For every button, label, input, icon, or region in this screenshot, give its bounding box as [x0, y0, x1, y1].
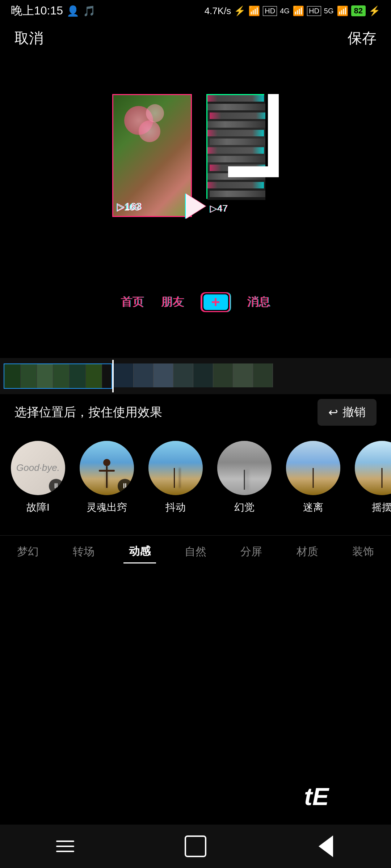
5g-icon: 5G [324, 7, 334, 15]
undo-label: 撤销 [342, 404, 366, 420]
glitch-line [207, 95, 264, 102]
4g-icon: 4G [280, 7, 290, 15]
tab-nature[interactable]: 自然 [179, 541, 212, 563]
te-text-detected: tE [304, 782, 329, 810]
timeline-right-segment [114, 363, 387, 389]
badge-icon: ⏸ [121, 482, 129, 490]
tab-material[interactable]: 材质 [291, 541, 324, 563]
undo-icon: ↩ [328, 405, 338, 419]
timeline-thumb [4, 364, 21, 388]
effects-row: Good·bye. ⏸ 故障I ⏸ 灵魂出窍 [0, 430, 391, 524]
back-arrow-icon [319, 835, 333, 857]
bluetooth-icon: ⚡ [234, 5, 245, 17]
video-right-panel: ▷47 [206, 94, 279, 217]
cancel-button[interactable]: 取消 [14, 28, 43, 48]
timeline-thumb [173, 363, 193, 387]
nav-home-button[interactable] [181, 832, 210, 861]
timeline-playhead [112, 360, 114, 392]
fake-nav-home: 首页 [121, 294, 144, 310]
timeline-thumb [114, 363, 134, 387]
undo-button[interactable]: ↩ 撤销 [318, 399, 377, 426]
effect-thumb-maze [286, 441, 340, 495]
glitch-content [207, 95, 265, 200]
effect-label: 幻觉 [234, 501, 255, 514]
hd2-icon: HD [307, 6, 321, 16]
timeline-thumb [86, 364, 102, 388]
tab-split[interactable]: 分屏 [235, 541, 268, 563]
speed-text: 4.7K/s [205, 5, 231, 17]
battery-icon: 82 [351, 5, 366, 16]
fake-nav-plus-icon: + [211, 294, 220, 310]
effect-label: 故障I [26, 501, 50, 514]
effect-thumb-illusion [217, 441, 272, 495]
effect-thumb-shake [148, 441, 203, 495]
fake-nav-plus-btn: + [201, 292, 230, 312]
fake-nav-plus-inner: + [203, 294, 228, 310]
effect-item[interactable]: 幻觉 [217, 441, 272, 514]
menu-line [56, 841, 74, 842]
effect-item[interactable]: 抖动 [148, 441, 203, 514]
effect-thumb-sway [355, 441, 391, 495]
timeline-area [0, 358, 391, 394]
status-bar: 晚上10:15 👤 🎵 4.7K/s ⚡ 📶 HD 4G 📶 HD 5G 📶 8… [0, 0, 391, 22]
effect-label: 摇摆 [372, 501, 391, 514]
hd-icon: HD [263, 6, 277, 16]
signal2-icon: 📶 [293, 5, 304, 17]
timeline-thumb [134, 363, 154, 387]
timeline-thumb [37, 364, 53, 388]
white-corner-vertical [268, 94, 279, 166]
category-tabs: 梦幻 转场 动感 自然 分屏 材质 装饰 [0, 535, 391, 568]
avatar-icon: 👤 [67, 5, 79, 17]
nav-menu-button[interactable] [51, 832, 80, 861]
timeline-thumb [213, 363, 233, 387]
effect-item[interactable]: 摇摆 [355, 441, 391, 514]
menu-line [56, 846, 74, 847]
effect-thumb-soul: ⏸ [80, 441, 134, 495]
glitch-line [207, 182, 264, 188]
glitch-line [207, 147, 264, 154]
left-view-count: ▷163 [117, 202, 140, 213]
tab-dynamic[interactable]: 动感 [123, 540, 156, 563]
fake-nav-messages: 消息 [247, 294, 270, 310]
save-button[interactable]: 保存 [348, 28, 377, 48]
effect-label: 灵魂出窍 [87, 501, 127, 514]
glitch-line [207, 156, 265, 162]
tiktok-icon: 🎵 [83, 5, 96, 17]
bottom-nav [0, 825, 391, 868]
effect-label: 迷离 [303, 501, 323, 514]
glitch-line [210, 191, 265, 197]
menu-line [56, 851, 74, 852]
effect-item[interactable]: 迷离 [286, 441, 340, 514]
controls-area: 选择位置后，按住使用效果 ↩ 撤销 [0, 394, 391, 430]
status-icons: 4.7K/s ⚡ 📶 HD 4G 📶 HD 5G 📶 82 ⚡ [205, 5, 380, 17]
play-triangle-icon [186, 193, 206, 219]
glitch-line [207, 130, 264, 136]
fake-bottom-nav: 首页 朋友 + 消息 [112, 286, 279, 318]
status-time: 晚上10:15 👤 🎵 [11, 3, 96, 19]
timeline-thumb [233, 363, 253, 387]
effect-label: 抖动 [165, 501, 186, 514]
video-left-panel: ▷163 [112, 94, 192, 217]
effect-item[interactable]: ⏸ 灵魂出窍 [80, 441, 134, 514]
fake-nav-friends: 朋友 [161, 294, 184, 310]
glitch-line [207, 121, 265, 128]
tab-transition[interactable]: 转场 [67, 541, 100, 563]
timeline-thumb [154, 363, 173, 387]
effect-item[interactable]: Good·bye. ⏸ 故障I [11, 441, 65, 514]
glitch-lines [207, 95, 265, 200]
home-square-icon [185, 835, 206, 857]
controls-hint: 选择位置后，按住使用效果 [14, 404, 162, 421]
signal3-icon: 📶 [337, 5, 348, 17]
nav-back-button[interactable] [311, 832, 340, 861]
effect-thumb-glitch: Good·bye. ⏸ [11, 441, 65, 495]
effect-badge: ⏸ [49, 479, 63, 493]
timeline-thumb [21, 364, 37, 388]
tab-dream[interactable]: 梦幻 [12, 541, 44, 563]
play-button[interactable] [181, 192, 210, 221]
timeline-left-segment [4, 363, 112, 389]
timeline-thumb [53, 364, 70, 388]
timeline-track[interactable] [4, 363, 387, 389]
white-corner-horizontal [228, 166, 279, 177]
tab-decor[interactable]: 装饰 [347, 541, 379, 563]
timeline-thumb [70, 364, 86, 388]
